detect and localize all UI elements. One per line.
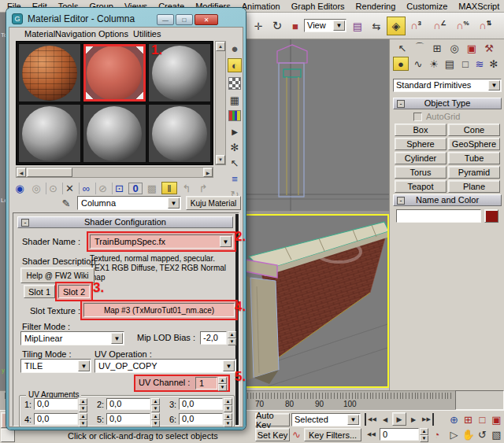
go-to-end-icon[interactable]: ▶▶ xyxy=(421,413,434,426)
arc-rotate-icon[interactable]: ↺ xyxy=(476,428,489,441)
next-frame-icon[interactable]: ▶ xyxy=(408,413,419,426)
uv-arg-spinner[interactable]: ▲▼ xyxy=(79,413,87,425)
mip-lod-bias-field[interactable]: -2,0 xyxy=(200,331,227,345)
uv-arg-spinner[interactable]: ▲▼ xyxy=(151,398,160,410)
geometry-category-icon[interactable]: ● xyxy=(393,57,409,71)
sample-slot[interactable] xyxy=(18,104,81,163)
chevron-down-icon[interactable]: ▼ xyxy=(223,360,235,371)
kuju-material-button[interactable]: Kuju Material xyxy=(186,196,241,210)
auto-key-button[interactable]: Auto Key xyxy=(255,413,290,426)
spinner-snap-icon[interactable]: ∩⇅ xyxy=(479,20,491,31)
shader-config-rollout[interactable]: - Shader Configuration xyxy=(17,216,233,228)
create-tab-icon[interactable]: ↖ xyxy=(395,42,410,54)
selection-set-dropdown[interactable]: Selected ▼ xyxy=(291,413,361,426)
plane-button[interactable]: Plane xyxy=(448,180,500,193)
select-scale-icon[interactable]: ■ xyxy=(288,18,302,34)
teapot-button[interactable]: Teapot xyxy=(395,180,447,193)
layer-manager-icon[interactable]: ▤ xyxy=(350,18,365,34)
torus-button[interactable]: Torus xyxy=(395,166,447,179)
modify-tab-icon[interactable]: ⌒ xyxy=(412,42,428,54)
current-frame-field[interactable]: 0 xyxy=(380,428,419,441)
filter-mode-dropdown[interactable]: MipLinear ▼ xyxy=(20,331,124,345)
material-name-dropdown[interactable]: Columna ▼ xyxy=(77,196,181,210)
minimize-button[interactable]: — xyxy=(157,14,174,25)
hscroll-thumb[interactable] xyxy=(27,168,72,177)
get-material-icon[interactable]: ◉ xyxy=(13,183,27,194)
uv-arg-field[interactable]: 0,0 xyxy=(179,413,223,425)
put-material-icon[interactable]: ◎ xyxy=(29,183,43,194)
slot2-tab[interactable]: Slot 2 xyxy=(58,285,90,298)
show-map-in-viewport-icon[interactable]: ▩ xyxy=(145,183,159,194)
collapse-icon[interactable]: - xyxy=(397,197,405,205)
geosphere-button[interactable]: GeoSphere xyxy=(448,138,500,150)
sample-type-icon[interactable]: ● xyxy=(228,41,242,55)
material-map-navigator-icon[interactable]: ≡ xyxy=(228,172,242,186)
help-fw2-wiki-button[interactable]: Help @ FW2 Wiki xyxy=(20,268,94,283)
zoom-icon[interactable]: ⊕ xyxy=(447,413,461,426)
make-copy-icon[interactable]: ∞ xyxy=(79,183,93,194)
snaps-toggle-icon[interactable]: ◈ xyxy=(387,17,406,35)
zoom-all-icon[interactable]: ⊞ xyxy=(461,413,475,426)
chevron-down-icon[interactable]: ▼ xyxy=(220,236,232,247)
box-button[interactable]: Box xyxy=(395,124,447,136)
zoom-extents-all-icon[interactable]: ▣ xyxy=(490,413,503,426)
color-swatch[interactable] xyxy=(1,429,15,442)
category-dropdown[interactable]: Standard Primitives ▼ xyxy=(393,79,502,92)
pyramid-button[interactable]: Pyramid xyxy=(448,166,500,179)
helpers-category-icon[interactable]: □ xyxy=(458,57,473,71)
shader-name-dropdown[interactable]: TrainBumpSpec.fx ▼ xyxy=(90,234,233,249)
chevron-down-icon[interactable]: ▼ xyxy=(347,415,359,425)
pan-icon[interactable]: ✋ xyxy=(461,428,475,441)
cone-button[interactable]: Cone xyxy=(448,124,500,136)
chevron-down-icon[interactable]: ▼ xyxy=(168,198,180,209)
chevron-down-icon[interactable]: ▼ xyxy=(488,80,500,90)
play-button[interactable]: ▶ xyxy=(392,412,406,426)
make-unique-icon[interactable]: ⊘ xyxy=(95,183,109,194)
object-name-field[interactable] xyxy=(396,209,481,223)
show-end-result-icon[interactable]: ‖ xyxy=(161,182,177,194)
previous-frame-icon[interactable]: ◀ xyxy=(380,413,391,426)
scroll-up-icon[interactable]: ▲ xyxy=(216,42,225,51)
maximize-button[interactable]: □ xyxy=(176,14,193,25)
select-by-material-icon[interactable]: ↖ xyxy=(228,156,242,170)
front-viewport[interactable] xyxy=(236,39,389,211)
shapes-category-icon[interactable]: ∿ xyxy=(410,57,426,71)
chevron-down-icon[interactable]: ▼ xyxy=(333,20,345,31)
scroll-left-icon[interactable]: ◀ xyxy=(17,168,26,177)
mip-lod-spinner[interactable]: ▲▼ xyxy=(228,331,236,345)
make-preview-icon[interactable]: ▶ xyxy=(228,124,242,138)
chevron-down-icon[interactable]: ▼ xyxy=(111,333,123,344)
key-filters-button[interactable]: Key Filters... xyxy=(304,428,361,441)
uv-channel-field[interactable]: 1 xyxy=(195,377,217,389)
collapse-icon[interactable]: - xyxy=(397,100,405,108)
display-tab-icon[interactable]: ▣ xyxy=(464,42,480,54)
sample-uv-tiling-icon[interactable]: ▦ xyxy=(228,93,242,107)
put-to-library-icon[interactable]: ⊡ xyxy=(112,183,126,194)
utilities-tab-icon[interactable]: ⚒ xyxy=(481,42,497,54)
menu-rendering[interactable]: Rendering xyxy=(350,1,402,12)
sphere-button[interactable]: Sphere xyxy=(395,138,447,150)
utilities-menu[interactable]: Utilities xyxy=(133,29,161,39)
uv-arg-spinner[interactable]: ▲▼ xyxy=(151,413,160,425)
menu-graph-editors[interactable]: Graph Editors xyxy=(286,1,350,12)
uv-arg-spinner[interactable]: ▲▼ xyxy=(224,398,232,410)
set-key-button[interactable]: Set Key xyxy=(255,428,290,441)
go-to-parent-icon[interactable]: ↰ xyxy=(180,183,194,194)
name-color-rollout[interactable]: - Name and Color xyxy=(393,194,502,206)
curve-key-icon[interactable]: ∿ xyxy=(291,428,302,441)
uv-arg-field[interactable]: 0,0 xyxy=(179,398,223,410)
scroll-down-icon[interactable]: ▼ xyxy=(216,155,225,164)
uv-operation-dropdown[interactable]: UV_OP_COPY ▼ xyxy=(94,359,236,373)
sample-slot[interactable] xyxy=(148,104,211,163)
snap-3d-icon[interactable]: ∩3 xyxy=(410,20,421,31)
sample-slot-brick[interactable] xyxy=(18,43,81,102)
maximize-viewport-icon[interactable]: ▧ xyxy=(490,428,503,441)
go-to-sibling-icon[interactable]: ↱ xyxy=(196,183,210,194)
uv-arg-field[interactable]: 0,0 xyxy=(106,398,150,410)
tube-button[interactable]: Tube xyxy=(448,152,500,164)
slots-hscrollbar[interactable]: ◀ ▶ xyxy=(16,167,213,178)
object-type-rollout[interactable]: - Object Type xyxy=(393,98,502,109)
menu-maxscript[interactable]: MAXScript xyxy=(453,1,504,12)
frame-spinner[interactable]: ▲▼ xyxy=(420,428,428,441)
select-move-icon[interactable]: ✛ xyxy=(250,18,266,34)
